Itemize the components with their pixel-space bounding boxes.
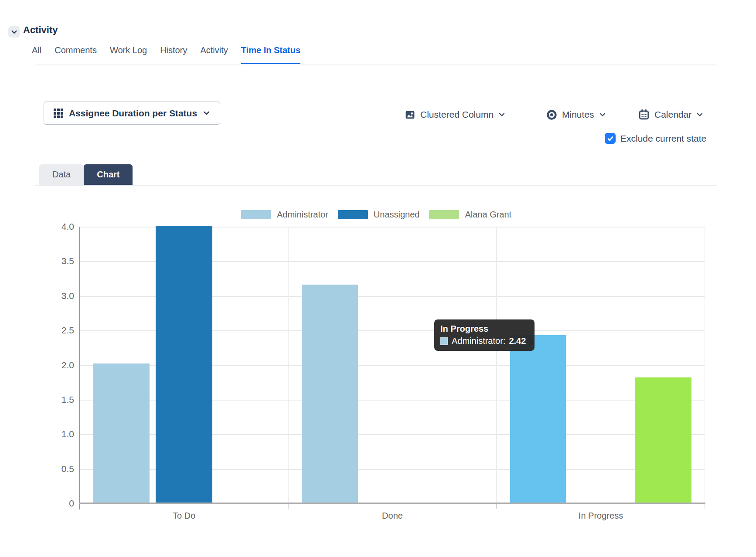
exclude-current-state-checkbox[interactable] [605,133,616,144]
tab-history[interactable]: History [160,45,187,64]
chevron-down-icon [11,29,17,35]
y-axis-tick-label: 0.5 [51,463,74,475]
v-gridline [496,227,497,503]
view-tab-bar: Data Chart [39,164,133,185]
tab-all[interactable]: All [32,45,41,64]
x-axis-line [79,503,705,504]
calendar-dropdown[interactable]: Calendar [638,107,703,122]
v-gridline [705,227,705,503]
y-axis-tick-label: 2.5 [51,325,74,336]
legend-label: Unassigned [374,210,420,220]
metric-dropdown-label: Assignee Duration per Status [69,108,197,119]
y-axis-tick-label: 3.0 [51,290,74,302]
chart-plot-area [80,227,705,503]
legend-label: Alana Grant [465,210,511,220]
tab-comments[interactable]: Comments [54,45,97,64]
tooltip-value: 2.42 [509,336,526,346]
x-axis-tick [496,503,497,509]
legend-label: Administrator [277,210,328,220]
y-axis-tick-label: 2.0 [51,360,74,371]
tab-activity[interactable]: Activity [200,45,228,64]
chevron-down-icon [599,111,606,118]
exclude-current-state-row: Exclude current state [605,133,706,144]
bar-inprogress-administrator-highlighted[interactable] [510,335,566,503]
view-tabs-divider [35,185,717,186]
legend-item-alana-grant[interactable]: Alana Grant [429,210,511,220]
x-axis-category-label: Done [382,510,403,521]
x-axis-tick [288,503,289,509]
tab-chart-view[interactable]: Chart [84,164,133,185]
legend-swatch-administrator [241,210,271,219]
y-axis-tick-label: 1.0 [51,428,74,440]
collapse-activity-button[interactable] [8,26,20,37]
y-axis-tick-label: 0 [51,498,74,509]
tooltip-series-label: Administrator: [452,336,505,346]
time-in-status-panel: Activity All Comments Work Log History A… [0,0,756,557]
v-gridline [288,227,289,503]
metric-dropdown-button[interactable]: Assignee Duration per Status [44,102,220,125]
legend-item-unassigned[interactable]: Unassigned [338,210,420,220]
chart-type-dropdown[interactable]: Clustered Column [405,107,505,122]
unit-dropdown[interactable]: Minutes [546,107,606,122]
legend-swatch-unassigned [338,210,368,219]
bar-done-administrator[interactable] [302,285,358,503]
x-axis-tick [705,503,705,509]
chevron-down-icon [696,111,703,118]
tab-work-log[interactable]: Work Log [110,45,147,64]
chart-type-label: Clustered Column [420,109,494,120]
chart-legend: Administrator Unassigned Alana Grant [241,210,511,220]
tooltip-series-swatch [440,337,448,345]
tooltip-title: In Progress [440,323,528,334]
y-axis-tick-label: 3.5 [51,255,74,267]
bar-todo-unassigned[interactable] [156,226,212,503]
unit-label: Minutes [562,109,594,120]
chevron-down-icon [203,109,210,117]
activity-tab-bar: All Comments Work Log History Activity T… [32,45,300,64]
x-axis-category-label: In Progress [579,510,623,521]
x-axis-category-label: To Do [173,510,195,521]
bar-inprogress-alana-grant[interactable] [635,377,691,503]
y-axis-tick-label: 1.5 [51,394,74,405]
tooltip-row: Administrator: 2.42 [440,336,528,346]
calendar-icon [638,109,650,120]
grid-icon [54,109,63,118]
exclude-current-state-label[interactable]: Exclude current state [620,133,706,144]
calendar-label: Calendar [654,109,691,120]
chevron-down-icon [498,111,505,118]
section-title: Activity [23,24,58,36]
tab-time-in-status[interactable]: Time In Status [241,45,300,64]
bar-todo-administrator[interactable] [93,363,150,503]
image-icon [405,109,415,120]
tab-data-view[interactable]: Data [39,164,84,185]
y-axis-line [79,227,80,509]
tabs-divider [35,65,717,65]
legend-item-administrator[interactable]: Administrator [241,210,328,220]
legend-swatch-alana-grant [429,210,459,219]
target-eye-icon [546,109,557,120]
y-axis-tick-label: 4.0 [51,221,74,232]
chart-tooltip: In Progress Administrator: 2.42 [434,319,535,351]
check-icon [607,135,614,142]
